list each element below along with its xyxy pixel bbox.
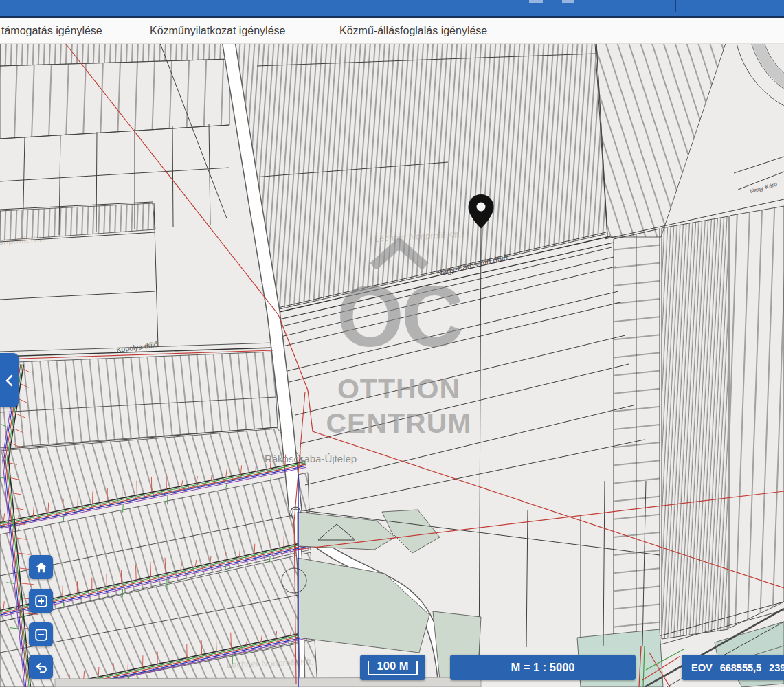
scale-bar-indicator: 100 M bbox=[360, 655, 425, 680]
menu-bar: támogatás igénylése Közműnyilatkozat igé… bbox=[0, 18, 784, 44]
eov-coordinates: EOV 668555,5 239936,7 bbox=[682, 655, 784, 680]
parcel-region-right bbox=[614, 206, 784, 657]
bar-divider bbox=[675, 0, 676, 12]
zoom-out-icon bbox=[34, 627, 49, 642]
zoom-out-button[interactable] bbox=[29, 622, 53, 646]
map-scale-ratio: M = 1 : 5000 bbox=[450, 655, 636, 680]
menu-item-label: Közműnyilatkozat igénylése bbox=[150, 25, 285, 37]
chevron-left-icon bbox=[3, 374, 16, 387]
map-canvas[interactable]: Nagy-Káros-híd dűlő Kopolya dűlő Nagy-Ká… bbox=[0, 0, 784, 687]
menu-item-allasfoglalas[interactable]: Közmű-állásfoglalás igénylése bbox=[339, 18, 487, 43]
app-window: Nagy-Káros-híd dűlő Kopolya dűlő Nagy-Ká… bbox=[0, 0, 784, 687]
title-bar bbox=[0, 0, 784, 18]
menu-item-label: támogatás igénylése bbox=[1, 25, 102, 37]
scale-ratio-label: M = 1 : 5000 bbox=[511, 661, 574, 674]
map-container[interactable]: Nagy-Káros-híd dűlő Kopolya dűlő Nagy-Ká… bbox=[0, 0, 784, 687]
coord-x-value: 668555,5 bbox=[720, 662, 761, 673]
home-button[interactable] bbox=[29, 555, 53, 579]
menu-item-label: Közmű-állásfoglalás igénylése bbox=[339, 25, 487, 37]
zoom-in-button[interactable] bbox=[29, 589, 53, 613]
menu-item-kozmunyilatkozat[interactable]: Közműnyilatkozat igénylése bbox=[150, 18, 285, 43]
zoom-in-icon bbox=[34, 594, 49, 609]
home-icon bbox=[34, 560, 49, 575]
menu-item-tamogatas[interactable]: támogatás igénylése bbox=[1, 18, 102, 43]
undo-button[interactable] bbox=[29, 655, 53, 679]
coord-system-label: EOV bbox=[691, 662, 713, 673]
scale-bar-label: 100 M bbox=[377, 660, 409, 675]
district-label: Rákoscsaba-Újtelep bbox=[265, 453, 357, 464]
clipped-bar-content bbox=[562, 0, 574, 3]
coord-y-value: 239936,7 bbox=[769, 662, 784, 673]
sidebar-collapse-button[interactable] bbox=[0, 353, 19, 407]
undo-icon bbox=[34, 660, 49, 675]
clipped-bar-content bbox=[529, 0, 543, 3]
